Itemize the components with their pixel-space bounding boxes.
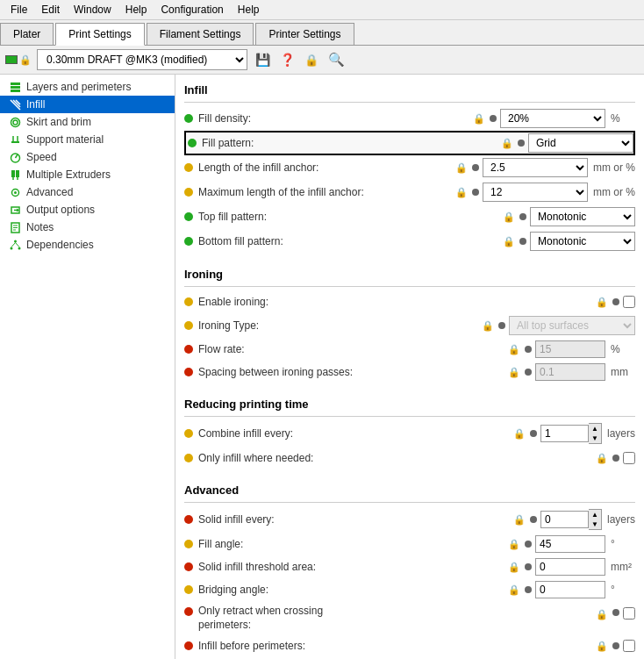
tab-plater[interactable]: Plater <box>0 23 54 45</box>
lock-ironing-type[interactable]: 🔒 <box>481 319 495 333</box>
bullet-ironing-spacing <box>525 369 532 376</box>
row-fill-density: Fill density: 🔒 20%5%10%15%25%30% % <box>184 106 635 131</box>
select-fill-density[interactable]: 20%5%10%15%25%30% <box>500 109 605 128</box>
spin-down-combine-infill[interactable]: ▼ <box>589 433 601 443</box>
label-ironing-type: Ironing Type: <box>198 319 481 332</box>
main-layout: Layers and perimeters Infill Skirt and b… <box>0 75 644 659</box>
input-bridging-angle[interactable] <box>535 581 605 598</box>
tab-filament-settings[interactable]: Filament Settings <box>147 23 254 45</box>
select-max-infill-anchor[interactable]: 1205102050 <box>483 183 588 202</box>
row-only-retract: Only retract when crossingperimeters: 🔒 <box>184 601 635 634</box>
profile-select[interactable]: 0.30mm DRAFT @MK3 (modified) <box>37 49 247 70</box>
check-infill-before[interactable] <box>623 640 635 652</box>
menu-help[interactable]: Help <box>118 2 154 18</box>
lock-only-retract[interactable]: 🔒 <box>595 607 609 621</box>
lock-infill-anchor[interactable]: 🔒 <box>454 161 469 175</box>
lock-fill-pattern[interactable]: 🔒 <box>500 136 514 150</box>
sidebar-item-support[interactable]: Support material <box>0 131 175 148</box>
spin-up-combine-infill[interactable]: ▲ <box>589 424 601 433</box>
notes-icon <box>9 221 21 233</box>
svg-line-29 <box>11 242 16 247</box>
select-fill-pattern[interactable]: GridHoneycombTrianglesGyroid <box>528 133 633 153</box>
svg-rect-13 <box>11 170 15 177</box>
row-combine-infill: Combine infill every: 🔒 ▲ ▼ layers <box>184 420 635 447</box>
section-reducing-title: Reducing printing time <box>184 389 635 417</box>
dot-enable-ironing <box>184 297 193 306</box>
input-ironing-spacing[interactable] <box>535 363 605 381</box>
input-flow-rate[interactable] <box>535 340 605 358</box>
sidebar-item-dependencies[interactable]: Dependencies <box>0 236 175 254</box>
input-solid-infill-every[interactable] <box>540 511 589 528</box>
help-icon[interactable]: ❓ <box>277 50 297 69</box>
profile-icon: 🔒 <box>5 54 32 66</box>
lock-flow-rate[interactable]: 🔒 <box>507 342 521 356</box>
sidebar-item-extruders[interactable]: Multiple Extruders <box>0 166 175 183</box>
lock-infill-before[interactable]: 🔒 <box>595 639 609 653</box>
bullet-infill-anchor <box>472 164 479 171</box>
lock-enable-ironing[interactable]: 🔒 <box>595 295 609 309</box>
input-fill-angle[interactable] <box>535 535 605 553</box>
bullet-fill-angle <box>525 541 532 548</box>
lock-only-infill[interactable]: 🔒 <box>595 451 609 465</box>
menu-file[interactable]: File <box>4 2 34 18</box>
sidebar: Layers and perimeters Infill Skirt and b… <box>0 75 175 659</box>
save-icon[interactable]: 💾 <box>253 50 272 69</box>
lock-bridging-angle[interactable]: 🔒 <box>507 583 521 597</box>
select-top-fill[interactable]: MonotonicRectilinearConcentric <box>530 207 635 226</box>
bullet-enable-ironing <box>612 298 619 305</box>
menu-window[interactable]: Window <box>67 2 118 18</box>
input-combine-infill[interactable] <box>540 425 589 442</box>
lock-combine-infill[interactable]: 🔒 <box>512 426 526 441</box>
unit-solid-infill-every: layers <box>607 513 635 526</box>
tab-printer-settings[interactable]: Printer Settings <box>255 23 354 45</box>
lock-icon[interactable]: 🔒 <box>302 50 321 69</box>
lock-solid-threshold[interactable]: 🔒 <box>507 560 521 574</box>
extruders-icon <box>9 168 21 181</box>
sidebar-item-notes[interactable]: Notes <box>0 218 175 236</box>
sidebar-item-infill[interactable]: Infill <box>0 96 175 113</box>
sidebar-item-advanced[interactable]: Advanced <box>0 183 175 201</box>
menu-configuration[interactable]: Configuration <box>154 2 230 18</box>
sidebar-item-layers[interactable]: Layers and perimeters <box>0 78 175 96</box>
lock-bottom-fill[interactable]: 🔒 <box>502 234 516 248</box>
lock-max-infill-anchor[interactable]: 🔒 <box>454 185 469 199</box>
label-only-infill: Only infill where needed: <box>198 452 595 464</box>
toolbar: 🔒 0.30mm DRAFT @MK3 (modified) 💾 ❓ 🔒 🔍 <box>0 46 644 75</box>
advanced-icon <box>9 186 21 198</box>
sidebar-item-speed[interactable]: Speed <box>0 148 175 166</box>
dot-solid-threshold <box>184 562 193 571</box>
check-only-infill[interactable] <box>623 452 635 464</box>
check-enable-ironing[interactable] <box>623 296 635 308</box>
tab-print-settings[interactable]: Print Settings <box>55 23 144 46</box>
svg-rect-0 <box>11 82 20 85</box>
control-infill-anchor: 2.501510 mm or % <box>483 158 635 177</box>
select-ironing-type[interactable]: All top surfacesTopmost surface onlyAll … <box>509 316 635 335</box>
menu-help2[interactable]: Help <box>231 2 267 18</box>
dot-top-fill <box>184 212 193 221</box>
sidebar-item-output[interactable]: Output options <box>0 201 175 218</box>
unit-flow-rate: % <box>611 343 635 355</box>
spin-up-solid-infill-every[interactable]: ▲ <box>589 510 601 519</box>
skirt-icon <box>9 116 21 128</box>
menu-edit[interactable]: Edit <box>34 2 67 18</box>
search-icon[interactable]: 🔍 <box>326 50 346 69</box>
dot-only-retract <box>184 607 193 616</box>
control-ironing-spacing: mm <box>535 363 635 381</box>
select-bottom-fill[interactable]: MonotonicRectilinearConcentric <box>530 232 635 251</box>
lock-top-fill[interactable]: 🔒 <box>502 210 516 224</box>
svg-rect-2 <box>11 90 20 92</box>
sidebar-label-speed: Speed <box>26 151 57 163</box>
lock-solid-infill-every[interactable]: 🔒 <box>512 512 526 526</box>
lock-ironing-spacing[interactable]: 🔒 <box>507 365 521 379</box>
lock-fill-angle[interactable]: 🔒 <box>507 537 521 551</box>
bullet-fill-pattern <box>518 140 525 147</box>
input-solid-threshold[interactable] <box>535 558 605 576</box>
spin-down-solid-infill-every[interactable]: ▼ <box>589 519 601 529</box>
select-infill-anchor[interactable]: 2.501510 <box>483 158 588 177</box>
label-ironing-spacing: Spacing between ironing passes: <box>198 366 507 378</box>
check-only-retract[interactable] <box>623 607 635 620</box>
lock-fill-density[interactable]: 🔒 <box>472 111 486 125</box>
content-area: Infill Fill density: 🔒 20%5%10%15%25%30%… <box>175 75 644 659</box>
sidebar-item-skirt[interactable]: Skirt and brim <box>0 113 175 131</box>
control-fill-angle: ° <box>535 535 635 553</box>
